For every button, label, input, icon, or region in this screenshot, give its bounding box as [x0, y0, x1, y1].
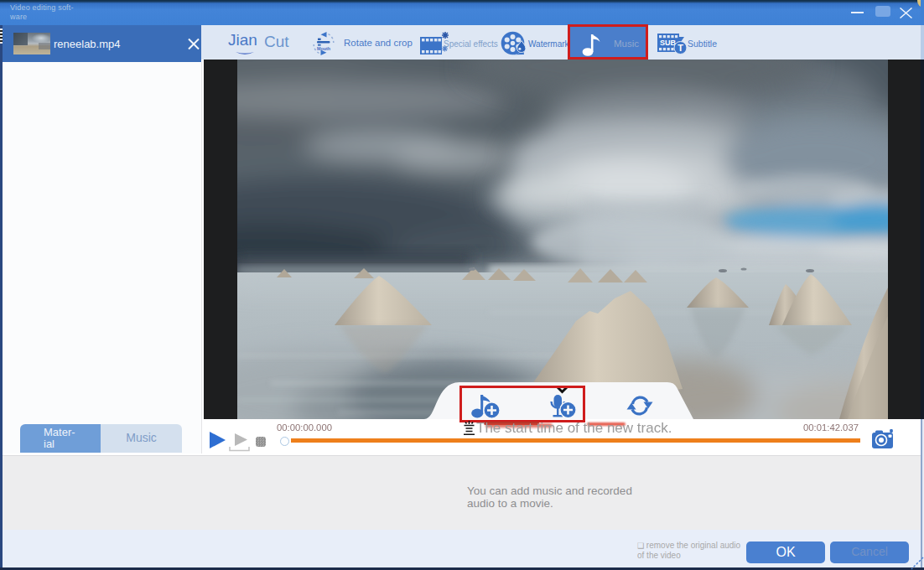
svg-text:Mouth: Mouth — [317, 46, 330, 51]
svg-text:T: T — [677, 43, 683, 53]
svg-text:SUB: SUB — [660, 39, 677, 47]
